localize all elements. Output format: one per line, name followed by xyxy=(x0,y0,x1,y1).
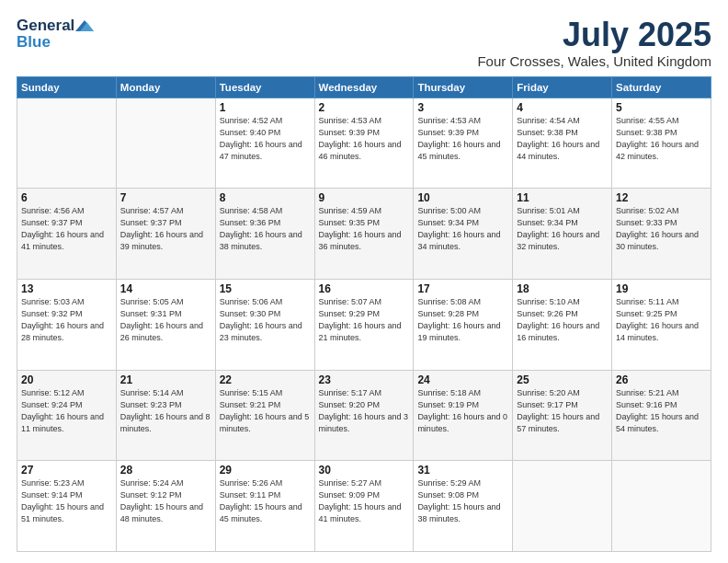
day-detail: Sunrise: 5:21 AMSunset: 9:16 PMDaylight:… xyxy=(616,387,707,435)
table-row: 6 Sunrise: 4:56 AMSunset: 9:37 PMDayligh… xyxy=(17,189,117,280)
day-number: 15 xyxy=(220,282,311,295)
table-row: 20 Sunrise: 5:12 AMSunset: 9:24 PMDaylig… xyxy=(17,370,117,461)
calendar-week-row: 6 Sunrise: 4:56 AMSunset: 9:37 PMDayligh… xyxy=(17,189,711,280)
day-number: 30 xyxy=(319,464,410,477)
table-row: 8 Sunrise: 4:58 AMSunset: 9:36 PMDayligh… xyxy=(215,189,314,280)
logo-blue: Blue xyxy=(17,33,51,52)
title-month: July 2025 xyxy=(477,17,711,53)
calendar-week-row: 27 Sunrise: 5:23 AMSunset: 9:14 PMDaylig… xyxy=(17,461,711,552)
header: General Blue July 2025 Four Crosses, Wal… xyxy=(17,17,711,69)
day-detail: Sunrise: 4:53 AMSunset: 9:39 PMDaylight:… xyxy=(417,115,508,163)
day-number: 29 xyxy=(220,464,311,477)
table-row: 31 Sunrise: 5:29 AMSunset: 9:08 PMDaylig… xyxy=(414,461,513,552)
day-number: 19 xyxy=(616,282,707,295)
day-detail: Sunrise: 4:59 AMSunset: 9:35 PMDaylight:… xyxy=(319,205,410,253)
table-row: 28 Sunrise: 5:24 AMSunset: 9:12 PMDaylig… xyxy=(116,461,215,552)
table-row: 30 Sunrise: 5:27 AMSunset: 9:09 PMDaylig… xyxy=(314,461,414,552)
table-row: 19 Sunrise: 5:11 AMSunset: 9:25 PMDaylig… xyxy=(612,279,711,370)
day-number: 8 xyxy=(220,191,311,204)
day-number: 3 xyxy=(417,101,508,114)
day-number: 20 xyxy=(21,373,112,386)
header-thursday: Thursday xyxy=(414,76,513,98)
calendar-header-row: Sunday Monday Tuesday Wednesday Thursday… xyxy=(17,76,711,98)
title-block: July 2025 Four Crosses, Wales, United Ki… xyxy=(477,17,711,69)
table-row: 16 Sunrise: 5:07 AMSunset: 9:29 PMDaylig… xyxy=(314,279,414,370)
day-number: 11 xyxy=(517,191,608,204)
day-detail: Sunrise: 5:15 AMSunset: 9:21 PMDaylight:… xyxy=(220,387,311,435)
day-detail: Sunrise: 5:14 AMSunset: 9:23 PMDaylight:… xyxy=(120,387,211,435)
title-location: Four Crosses, Wales, United Kingdom xyxy=(477,53,711,69)
day-detail: Sunrise: 4:55 AMSunset: 9:38 PMDaylight:… xyxy=(616,115,707,163)
day-detail: Sunrise: 4:58 AMSunset: 9:36 PMDaylight:… xyxy=(220,205,311,253)
day-number: 28 xyxy=(120,464,211,477)
day-number: 2 xyxy=(319,101,410,114)
day-detail: Sunrise: 4:57 AMSunset: 9:37 PMDaylight:… xyxy=(120,205,211,253)
table-row: 4 Sunrise: 4:54 AMSunset: 9:38 PMDayligh… xyxy=(513,98,612,189)
day-detail: Sunrise: 5:01 AMSunset: 9:34 PMDaylight:… xyxy=(517,205,608,253)
table-row: 5 Sunrise: 4:55 AMSunset: 9:38 PMDayligh… xyxy=(612,98,711,189)
table-row: 15 Sunrise: 5:06 AMSunset: 9:30 PMDaylig… xyxy=(215,279,314,370)
table-row: 21 Sunrise: 5:14 AMSunset: 9:23 PMDaylig… xyxy=(116,370,215,461)
day-number: 27 xyxy=(21,464,112,477)
table-row: 13 Sunrise: 5:03 AMSunset: 9:32 PMDaylig… xyxy=(17,279,117,370)
day-number: 17 xyxy=(417,282,508,295)
day-detail: Sunrise: 5:11 AMSunset: 9:25 PMDaylight:… xyxy=(616,296,707,344)
day-detail: Sunrise: 4:54 AMSunset: 9:38 PMDaylight:… xyxy=(517,115,608,163)
day-detail: Sunrise: 5:10 AMSunset: 9:26 PMDaylight:… xyxy=(517,296,608,344)
header-wednesday: Wednesday xyxy=(314,76,414,98)
logo-icon xyxy=(75,18,94,33)
header-saturday: Saturday xyxy=(612,76,711,98)
day-number: 18 xyxy=(517,282,608,295)
day-detail: Sunrise: 4:53 AMSunset: 9:39 PMDaylight:… xyxy=(319,115,410,163)
day-number: 5 xyxy=(616,101,707,114)
table-row: 25 Sunrise: 5:20 AMSunset: 9:17 PMDaylig… xyxy=(513,370,612,461)
day-detail: Sunrise: 5:18 AMSunset: 9:19 PMDaylight:… xyxy=(417,387,508,435)
day-number: 31 xyxy=(417,464,508,477)
day-number: 22 xyxy=(220,373,311,386)
logo-general: General xyxy=(17,17,74,35)
day-detail: Sunrise: 5:24 AMSunset: 9:12 PMDaylight:… xyxy=(120,477,211,525)
day-detail: Sunrise: 5:05 AMSunset: 9:31 PMDaylight:… xyxy=(120,296,211,344)
day-detail: Sunrise: 5:27 AMSunset: 9:09 PMDaylight:… xyxy=(319,477,410,525)
table-row: 18 Sunrise: 5:10 AMSunset: 9:26 PMDaylig… xyxy=(513,279,612,370)
table-row: 22 Sunrise: 5:15 AMSunset: 9:21 PMDaylig… xyxy=(215,370,314,461)
table-row xyxy=(116,98,215,189)
table-row: 2 Sunrise: 4:53 AMSunset: 9:39 PMDayligh… xyxy=(314,98,414,189)
header-friday: Friday xyxy=(513,76,612,98)
table-row: 27 Sunrise: 5:23 AMSunset: 9:14 PMDaylig… xyxy=(17,461,117,552)
day-detail: Sunrise: 5:20 AMSunset: 9:17 PMDaylight:… xyxy=(517,387,608,435)
day-number: 12 xyxy=(616,191,707,204)
day-detail: Sunrise: 4:56 AMSunset: 9:37 PMDaylight:… xyxy=(21,205,112,253)
table-row: 12 Sunrise: 5:02 AMSunset: 9:33 PMDaylig… xyxy=(612,189,711,280)
day-number: 4 xyxy=(517,101,608,114)
day-number: 16 xyxy=(319,282,410,295)
table-row: 26 Sunrise: 5:21 AMSunset: 9:16 PMDaylig… xyxy=(612,370,711,461)
day-number: 23 xyxy=(319,373,410,386)
header-tuesday: Tuesday xyxy=(215,76,314,98)
table-row: 24 Sunrise: 5:18 AMSunset: 9:19 PMDaylig… xyxy=(414,370,513,461)
day-detail: Sunrise: 5:02 AMSunset: 9:33 PMDaylight:… xyxy=(616,205,707,253)
day-detail: Sunrise: 5:17 AMSunset: 9:20 PMDaylight:… xyxy=(319,387,410,435)
day-detail: Sunrise: 5:03 AMSunset: 9:32 PMDaylight:… xyxy=(21,296,112,344)
table-row: 9 Sunrise: 4:59 AMSunset: 9:35 PMDayligh… xyxy=(314,189,414,280)
day-detail: Sunrise: 5:07 AMSunset: 9:29 PMDaylight:… xyxy=(319,296,410,344)
day-number: 1 xyxy=(220,101,311,114)
day-detail: Sunrise: 5:12 AMSunset: 9:24 PMDaylight:… xyxy=(21,387,112,435)
table-row xyxy=(17,98,117,189)
page: General Blue July 2025 Four Crosses, Wal… xyxy=(0,0,728,563)
day-number: 9 xyxy=(319,191,410,204)
day-number: 13 xyxy=(21,282,112,295)
day-number: 10 xyxy=(417,191,508,204)
header-sunday: Sunday xyxy=(17,76,117,98)
day-detail: Sunrise: 5:23 AMSunset: 9:14 PMDaylight:… xyxy=(21,477,112,525)
calendar-table: Sunday Monday Tuesday Wednesday Thursday… xyxy=(17,76,711,552)
table-row: 14 Sunrise: 5:05 AMSunset: 9:31 PMDaylig… xyxy=(116,279,215,370)
calendar-week-row: 1 Sunrise: 4:52 AMSunset: 9:40 PMDayligh… xyxy=(17,98,711,189)
day-number: 24 xyxy=(417,373,508,386)
calendar-week-row: 20 Sunrise: 5:12 AMSunset: 9:24 PMDaylig… xyxy=(17,370,711,461)
day-number: 14 xyxy=(120,282,211,295)
table-row xyxy=(612,461,711,552)
table-row: 29 Sunrise: 5:26 AMSunset: 9:11 PMDaylig… xyxy=(215,461,314,552)
table-row: 3 Sunrise: 4:53 AMSunset: 9:39 PMDayligh… xyxy=(414,98,513,189)
day-detail: Sunrise: 5:26 AMSunset: 9:11 PMDaylight:… xyxy=(220,477,311,525)
